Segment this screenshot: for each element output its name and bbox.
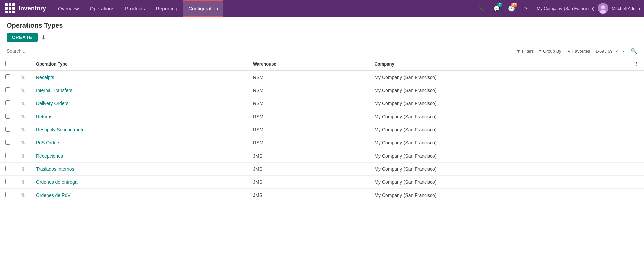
nav-item-overview[interactable]: Overview (53, 0, 85, 17)
avatar[interactable] (598, 3, 608, 14)
table-row: ⇅ Órdenes de PdV JMS My Company (San Fra… (0, 189, 644, 202)
svg-point-1 (601, 5, 605, 9)
row-checkbox[interactable] (5, 140, 10, 145)
navbar-right: 📞 💬 7 🕐 57 ✂ My Company (San Francisco) … (476, 3, 640, 14)
table-row: ⇅ Receipts RSM My Company (San Francisco… (0, 71, 644, 84)
row-operation-type[interactable]: Internal Transfers (31, 84, 248, 97)
row-checkbox[interactable] (5, 114, 10, 119)
row-company: My Company (San Francisco) (369, 84, 629, 97)
row-operation-type[interactable]: Órdenes de PdV (31, 189, 248, 202)
row-checkbox[interactable] (5, 166, 10, 171)
row-more (629, 123, 644, 136)
search-input-wrap (7, 47, 513, 55)
row-more (629, 97, 644, 110)
row-warehouse: JMS (248, 149, 369, 163)
pagination: 1-69 / 69 ‹ › (595, 48, 625, 54)
row-operation-type[interactable]: Órdenes de entrega (31, 176, 248, 189)
row-company: My Company (San Francisco) (369, 71, 629, 84)
username[interactable]: Mitchell Admin (612, 6, 640, 11)
row-warehouse: RSM (248, 110, 369, 123)
row-operation-type[interactable]: Delivery Orders (31, 97, 248, 110)
toolbar: Operations Types CREATE ⬇ (0, 17, 644, 45)
row-checkbox-cell (0, 110, 16, 123)
navbar: Inventory Overview Operations Products R… (0, 0, 644, 17)
row-drag-handle[interactable]: ⇅ (16, 136, 31, 149)
row-drag-handle[interactable]: ⇅ (16, 123, 31, 136)
row-operation-type[interactable]: Receipts (31, 71, 248, 84)
page-title: Operations Types (7, 22, 637, 29)
app-brand[interactable]: Inventory (19, 5, 46, 12)
row-warehouse: RSM (248, 136, 369, 149)
row-warehouse: RSM (248, 71, 369, 84)
row-company: My Company (San Francisco) (369, 136, 629, 149)
row-drag-handle[interactable]: ⇅ (16, 71, 31, 84)
groupby-icon: ≡ (539, 49, 542, 54)
row-operation-type[interactable]: Returns (31, 110, 248, 123)
header-operation-type: Operation Type (31, 57, 248, 71)
row-checkbox-cell (0, 136, 16, 149)
download-button[interactable]: ⬇ (41, 34, 46, 41)
row-operation-type[interactable]: Resupply Subcontractor (31, 123, 248, 136)
nav-item-operations[interactable]: Operations (85, 0, 120, 17)
row-operation-type[interactable]: Recepciones (31, 149, 248, 163)
row-checkbox[interactable] (5, 87, 10, 92)
table-row: ⇅ PoS Orders RSM My Company (San Francis… (0, 136, 644, 149)
row-checkbox-cell (0, 176, 16, 189)
groupby-button[interactable]: ≡ Group By (539, 49, 561, 54)
row-warehouse: RSM (248, 123, 369, 136)
row-more (629, 110, 644, 123)
search-button[interactable]: 🔍 (631, 48, 637, 54)
star-icon: ★ (567, 49, 571, 54)
row-warehouse: RSM (248, 84, 369, 97)
row-warehouse: RSM (248, 97, 369, 110)
search-bar: ▼ Filters ≡ Group By ★ Favorites 1-69 / … (0, 45, 644, 57)
favorites-button[interactable]: ★ Favorites (567, 49, 590, 54)
row-drag-handle[interactable]: ⇅ (16, 176, 31, 189)
row-company: My Company (San Francisco) (369, 97, 629, 110)
row-company: My Company (San Francisco) (369, 123, 629, 136)
table-header-row: Operation Type Warehouse Company ⋮ (0, 57, 644, 71)
row-more (629, 189, 644, 202)
header-warehouse: Warehouse (248, 57, 369, 71)
phone-icon-btn[interactable]: 📞 (476, 3, 488, 14)
row-company: My Company (San Francisco) (369, 189, 629, 202)
prev-page-button[interactable]: ‹ (615, 48, 619, 54)
row-drag-handle[interactable]: ⇅ (16, 97, 31, 110)
row-drag-handle[interactable]: ⇅ (16, 84, 31, 97)
row-drag-handle[interactable]: ⇅ (16, 189, 31, 202)
nav-item-reporting[interactable]: Reporting (150, 0, 183, 17)
row-checkbox[interactable] (5, 74, 10, 79)
chat-icon-btn[interactable]: 💬 7 (491, 3, 502, 14)
next-page-button[interactable]: › (621, 48, 625, 54)
table-row: ⇅ Returns RSM My Company (San Francisco) (0, 110, 644, 123)
create-button[interactable]: CREATE (7, 33, 38, 42)
row-checkbox[interactable] (5, 100, 10, 105)
row-checkbox-cell (0, 71, 16, 84)
row-operation-type[interactable]: PoS Orders (31, 136, 248, 149)
activity-icon-btn[interactable]: 🕐 57 (506, 3, 517, 14)
apps-menu-button[interactable] (4, 2, 16, 14)
row-checkbox-cell (0, 189, 16, 202)
row-checkbox[interactable] (5, 179, 10, 184)
row-drag-handle[interactable]: ⇅ (16, 110, 31, 123)
row-company: My Company (San Francisco) (369, 176, 629, 189)
row-checkbox-cell (0, 163, 16, 176)
row-operation-type[interactable]: Traslados internos (31, 163, 248, 176)
row-warehouse: JMS (248, 176, 369, 189)
nav-item-configuration[interactable]: Configuration (183, 0, 223, 17)
row-drag-handle[interactable]: ⇅ (16, 163, 31, 176)
filters-button[interactable]: ▼ Filters (516, 49, 534, 54)
row-checkbox[interactable] (5, 153, 10, 158)
row-more (629, 149, 644, 163)
select-all-checkbox[interactable] (5, 61, 10, 66)
row-drag-handle[interactable]: ⇅ (16, 149, 31, 163)
filter-icon: ▼ (516, 49, 521, 54)
row-company: My Company (San Francisco) (369, 149, 629, 163)
search-input[interactable] (7, 47, 513, 55)
row-company: My Company (San Francisco) (369, 163, 629, 176)
nav-item-products[interactable]: Products (120, 0, 150, 17)
header-more-col[interactable]: ⋮ (629, 57, 644, 71)
settings-icon-btn[interactable]: ✂ (521, 3, 532, 14)
row-checkbox[interactable] (5, 192, 10, 197)
row-checkbox[interactable] (5, 127, 10, 132)
